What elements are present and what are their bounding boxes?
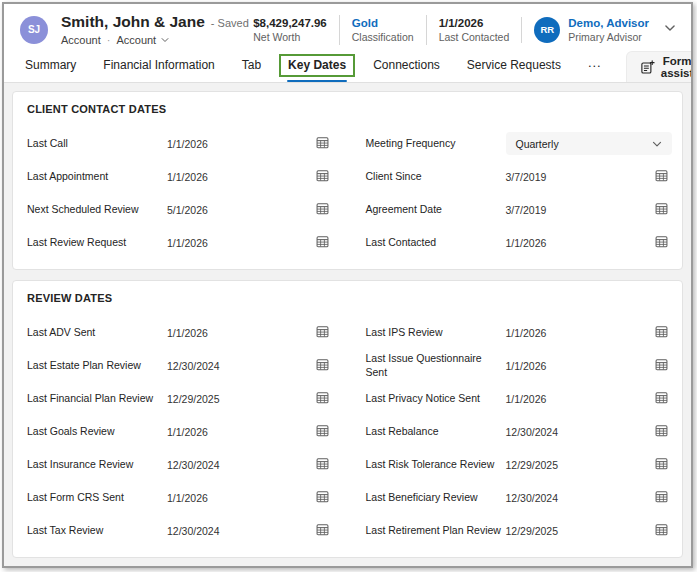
field-value[interactable]: 5/1/2026 xyxy=(167,204,306,216)
calendar-icon xyxy=(315,324,330,342)
chevron-down-icon xyxy=(651,138,663,150)
net-worth-label: Net Worth xyxy=(253,31,327,43)
section-title: REVIEW DATES xyxy=(27,292,672,304)
calendar-icon xyxy=(654,522,669,540)
field-value[interactable]: 1/1/2026 xyxy=(506,393,645,405)
field-value[interactable]: 1/1/2026 xyxy=(167,138,306,150)
field-label: Last Rebalance xyxy=(366,425,500,439)
date-picker-button[interactable] xyxy=(312,489,334,507)
field-last-insurance-review: Last Insurance Review 12/30/2024 xyxy=(23,448,334,481)
date-picker-button[interactable] xyxy=(650,456,672,474)
field-label: Last Review Request xyxy=(27,236,161,250)
date-picker-button[interactable] xyxy=(650,390,672,408)
date-picker-button[interactable] xyxy=(312,423,334,441)
field-value[interactable]: 1/1/2026 xyxy=(506,237,645,249)
field-last-review-request: Last Review Request 1/1/2026 xyxy=(23,226,334,259)
advisor-name-link[interactable]: Demo, Advisor xyxy=(568,17,649,29)
date-picker-button[interactable] xyxy=(312,456,334,474)
record-title-block: Smith, John & Jane - Saved Account · Acc… xyxy=(61,13,241,46)
field-label: Last Risk Tolerance Review xyxy=(366,458,500,472)
field-value[interactable]: 12/29/2025 xyxy=(506,525,645,537)
calendar-icon xyxy=(654,390,669,408)
classification-label: Classification xyxy=(352,31,414,43)
field-value[interactable]: 1/1/2026 xyxy=(167,171,306,183)
stat-last-contacted: 1/1/2026 Last Contacted xyxy=(426,15,522,45)
date-picker-button[interactable] xyxy=(312,522,334,540)
field-value[interactable]: 1/1/2026 xyxy=(167,237,306,249)
field-last-adv-sent: Last ADV Sent 1/1/2026 xyxy=(23,316,334,349)
field-label: Last Appointment xyxy=(27,170,161,184)
section-review-dates: REVIEW DATES Last ADV Sent 1/1/2026 Last… xyxy=(12,280,683,558)
meeting-frequency-dropdown[interactable]: Quarterly xyxy=(506,132,673,155)
calendar-icon xyxy=(315,135,330,153)
date-picker-button[interactable] xyxy=(650,168,672,186)
form-assist-icon xyxy=(640,60,655,75)
classification-value[interactable]: Gold xyxy=(352,17,414,29)
advisor-avatar: RR xyxy=(534,17,560,43)
date-picker-button[interactable] xyxy=(650,201,672,219)
field-value[interactable]: 12/30/2024 xyxy=(167,360,306,372)
tab-summary[interactable]: Summary xyxy=(22,58,79,82)
date-picker-button[interactable] xyxy=(650,234,672,252)
date-picker-button[interactable] xyxy=(312,390,334,408)
header-stats: $8,429,247.96 Net Worth Gold Classificat… xyxy=(241,15,677,45)
field-label: Last Goals Review xyxy=(27,425,161,439)
field-value[interactable]: 12/29/2025 xyxy=(506,459,645,471)
net-worth-value[interactable]: $8,429,247.96 xyxy=(253,17,327,29)
client-avatar: SJ xyxy=(20,16,48,44)
tab-key-dates[interactable]: Key Dates xyxy=(285,58,349,82)
calendar-icon xyxy=(654,423,669,441)
page-title: Smith, John & Jane xyxy=(61,13,205,31)
date-picker-button[interactable] xyxy=(650,489,672,507)
field-value[interactable]: 12/30/2024 xyxy=(167,459,306,471)
field-last-form-crs-sent: Last Form CRS Sent 1/1/2026 xyxy=(23,481,334,514)
date-picker-button[interactable] xyxy=(650,423,672,441)
field-value[interactable]: 12/30/2024 xyxy=(167,525,306,537)
field-value[interactable]: 12/29/2025 xyxy=(167,393,306,405)
tab-service-requests[interactable]: Service Requests xyxy=(464,58,564,82)
date-picker-button[interactable] xyxy=(312,135,334,153)
field-label: Last Beneficiary Review xyxy=(366,491,500,505)
field-last-appointment: Last Appointment 1/1/2026 xyxy=(23,160,334,193)
field-value[interactable]: 1/1/2026 xyxy=(167,492,306,504)
field-label: Client Since xyxy=(366,170,500,184)
field-value[interactable]: 1/1/2026 xyxy=(506,360,645,372)
date-picker-button[interactable] xyxy=(312,357,334,375)
tab-financial-information[interactable]: Financial Information xyxy=(100,58,217,82)
field-label: Last Insurance Review xyxy=(27,458,161,472)
form-selector[interactable]: Account xyxy=(116,34,170,46)
record-type-label: Account xyxy=(61,34,101,46)
field-agreement-date: Agreement Date 3/7/2019 xyxy=(362,193,673,226)
field-value[interactable]: 12/30/2024 xyxy=(506,492,645,504)
tab-key-dates-label: Key Dates xyxy=(288,58,346,72)
field-value[interactable]: 3/7/2019 xyxy=(506,204,645,216)
date-picker-button[interactable] xyxy=(650,357,672,375)
form-assist-button[interactable]: Form assist xyxy=(626,51,693,82)
calendar-icon xyxy=(315,201,330,219)
tab-connections[interactable]: Connections xyxy=(370,58,443,82)
field-value[interactable]: 1/1/2026 xyxy=(167,327,306,339)
date-picker-button[interactable] xyxy=(650,522,672,540)
tab-tab[interactable]: Tab xyxy=(239,58,264,82)
field-label: Next Scheduled Review xyxy=(27,203,161,217)
date-picker-button[interactable] xyxy=(650,324,672,342)
calendar-icon xyxy=(315,489,330,507)
field-value[interactable]: 12/30/2024 xyxy=(506,426,645,438)
date-picker-button[interactable] xyxy=(312,234,334,252)
field-value[interactable]: 1/1/2026 xyxy=(167,426,306,438)
calendar-icon xyxy=(654,357,669,375)
field-label: Last Tax Review xyxy=(27,524,161,538)
calendar-icon xyxy=(315,390,330,408)
field-value[interactable]: 3/7/2019 xyxy=(506,171,645,183)
date-picker-button[interactable] xyxy=(312,168,334,186)
date-picker-button[interactable] xyxy=(312,201,334,219)
tab-overflow-button[interactable]: ... xyxy=(585,55,605,82)
date-picker-button[interactable] xyxy=(312,324,334,342)
form-assist-label: Form assist xyxy=(661,55,693,79)
field-last-tax-review: Last Tax Review 12/30/2024 xyxy=(23,514,334,547)
header-expand-button[interactable] xyxy=(663,21,677,38)
last-contacted-value[interactable]: 1/1/2026 xyxy=(439,17,510,29)
calendar-icon xyxy=(315,456,330,474)
app-window: SJ Smith, John & Jane - Saved Account · … xyxy=(2,2,693,568)
field-value[interactable]: 1/1/2026 xyxy=(506,327,645,339)
